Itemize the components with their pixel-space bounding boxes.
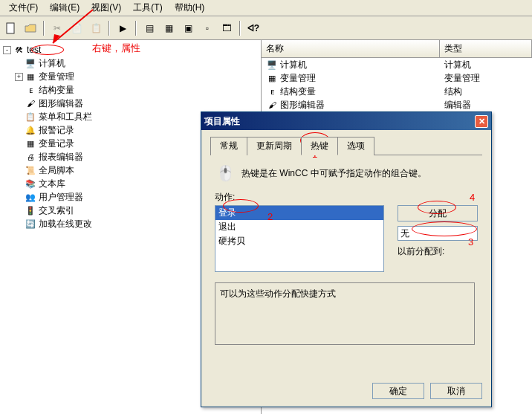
- hint-box: 可以为这些动作分配快捷方式: [215, 282, 475, 345]
- list-item-icon: ▦: [266, 72, 278, 84]
- collapse-icon[interactable]: -: [3, 46, 11, 54]
- tree-item-label: 报警记录: [39, 124, 74, 137]
- copy-icon[interactable]: 📄: [68, 20, 85, 36]
- run-icon[interactable]: ▶: [114, 20, 131, 36]
- menu-view[interactable]: 视图(V): [85, 0, 127, 16]
- hotkey-desc: 热键是在 WinCC 中可赋予指定动作的组合键。: [241, 167, 426, 180]
- annotation-3: 3: [468, 236, 473, 248]
- tree-item[interactable]: ᴇ结构变量: [3, 83, 258, 97]
- tree-item-label: 变量记录: [39, 138, 74, 150]
- list-item-icon: 🖥️: [266, 59, 278, 71]
- separator: [108, 21, 110, 36]
- list-item-icon: 🖌: [266, 99, 278, 111]
- list-icon[interactable]: ▤: [141, 20, 158, 36]
- ok-button[interactable]: 确定: [372, 383, 424, 399]
- list-header: 名称 类型: [262, 40, 532, 58]
- menu-help[interactable]: 帮助(H): [169, 0, 211, 16]
- tree-item-icon: 🖌: [25, 97, 36, 109]
- tree-item[interactable]: +▦变量管理: [3, 70, 258, 83]
- menu-tools[interactable]: 工具(T): [127, 0, 168, 16]
- dialog-title: 项目属性: [204, 115, 240, 128]
- tree-item-icon: 👥: [25, 191, 36, 203]
- tree-item-icon: ▦: [25, 71, 36, 83]
- previous-assign-label: 以前分配到:: [398, 245, 478, 258]
- list-item-name: 图形编辑器: [280, 99, 325, 111]
- tab-bar: 常规 更新周期 热键 选项: [210, 136, 482, 155]
- close-icon[interactable]: ✕: [475, 115, 488, 128]
- large-icon[interactable]: ▣: [180, 20, 196, 36]
- new-icon[interactable]: [3, 20, 19, 36]
- tab-options[interactable]: 选项: [337, 137, 374, 155]
- tree-item-icon: 🖨: [25, 151, 36, 163]
- action-item[interactable]: 退出: [215, 220, 383, 234]
- menu-bar: 文件(F) 编辑(E) 视图(V) 工具(T) 帮助(H): [0, 0, 532, 16]
- annotation-4: 4: [470, 192, 475, 203]
- separator: [239, 21, 241, 36]
- tree-item-label: 加载在线更改: [39, 218, 92, 230]
- list-item-type: 编辑器: [440, 99, 532, 111]
- annotation-rightclick: 右键，属性: [92, 42, 140, 55]
- paste-icon[interactable]: 📋: [88, 20, 104, 36]
- action-label: 动作:: [215, 191, 478, 204]
- list-row[interactable]: 🖥️计算机计算机: [262, 58, 532, 71]
- tree-item-label: 图形编辑器: [39, 97, 83, 110]
- tree-item-icon: ᴇ: [25, 84, 36, 96]
- annotation-2: 2: [267, 211, 273, 222]
- list-item-name: 计算机: [280, 59, 307, 71]
- toolbar: ✂ 📄 📋 ▶ ▤ ▦ ▣ ▫ 🗔 ᐊ?: [0, 16, 532, 40]
- props-icon[interactable]: 🗔: [218, 20, 235, 36]
- dialog-titlebar[interactable]: 项目属性 ✕: [201, 112, 491, 130]
- project-icon: 🛠: [13, 44, 25, 56]
- tab-general[interactable]: 常规: [210, 137, 247, 155]
- hint-text: 可以为这些动作分配快捷方式: [220, 288, 336, 299]
- detail-icon[interactable]: ▦: [160, 20, 177, 36]
- tree-root-label: test: [27, 45, 41, 55]
- tree-item-label: 变量管理: [39, 71, 74, 83]
- list-row[interactable]: ▦变量管理变量管理: [262, 71, 532, 85]
- separator: [43, 21, 45, 36]
- list-row[interactable]: ᴇ结构变量结构: [262, 85, 532, 98]
- list-row[interactable]: 🖌图形编辑器编辑器: [262, 98, 532, 111]
- assign-button[interactable]: 分配: [398, 205, 478, 221]
- tab-hotkey[interactable]: 热键: [301, 137, 338, 155]
- action-listbox[interactable]: 登录退出硬拷贝: [215, 205, 384, 272]
- tree-item-icon: 📜: [25, 164, 36, 176]
- hand-icon: 🖱️: [215, 163, 236, 184]
- tree-item-label: 菜单和工具栏: [39, 111, 92, 123]
- cut-icon[interactable]: ✂: [49, 20, 65, 36]
- tab-update[interactable]: 更新周期: [247, 137, 302, 155]
- tree-item-label: 报表编辑器: [39, 151, 83, 164]
- cancel-button[interactable]: 取消: [430, 383, 482, 399]
- tree-item-icon: 🔔: [25, 124, 36, 136]
- help-icon[interactable]: ᐊ?: [245, 20, 262, 36]
- tree-item-icon: 🔄: [25, 218, 36, 230]
- action-item[interactable]: 硬拷贝: [215, 234, 383, 248]
- list-item-name: 变量管理: [280, 72, 316, 85]
- small-icon[interactable]: ▫: [199, 20, 215, 36]
- tree-item[interactable]: 🖌图形编辑器: [3, 97, 258, 110]
- tree-item-icon: 📚: [25, 178, 36, 190]
- list-item-type: 变量管理: [440, 72, 532, 85]
- tree-item-icon: 📋: [25, 111, 36, 123]
- col-name[interactable]: 名称: [262, 40, 440, 57]
- list-item-type: 计算机: [440, 59, 532, 71]
- list-item-icon: ᴇ: [266, 85, 278, 97]
- tree-item-icon: 🚦: [25, 204, 36, 216]
- tree-item-label: 交叉索引: [39, 204, 74, 217]
- menu-edit[interactable]: 编辑(E): [44, 0, 85, 16]
- tree-item-label: 文本库: [39, 178, 65, 190]
- tree-item-icon: 🖥️: [25, 57, 36, 69]
- open-icon[interactable]: [22, 20, 39, 36]
- svg-rect-0: [7, 23, 14, 33]
- tree-item-label: 结构变量: [39, 84, 74, 97]
- current-hotkey-field[interactable]: [398, 226, 478, 241]
- col-type[interactable]: 类型: [440, 40, 532, 57]
- expand-icon[interactable]: +: [15, 73, 23, 81]
- tree-item-label: 用户管理器: [39, 191, 83, 204]
- menu-file[interactable]: 文件(F): [3, 0, 44, 16]
- separator: [135, 21, 137, 36]
- tree-item[interactable]: 🖥️计算机: [3, 56, 258, 70]
- action-item[interactable]: 登录: [215, 206, 383, 220]
- tree-item-icon: ▦: [25, 138, 36, 149]
- properties-dialog: 项目属性 ✕ 常规 更新周期 热键 选项 🖱️ 热键是在 WinCC 中可赋予指…: [201, 111, 492, 407]
